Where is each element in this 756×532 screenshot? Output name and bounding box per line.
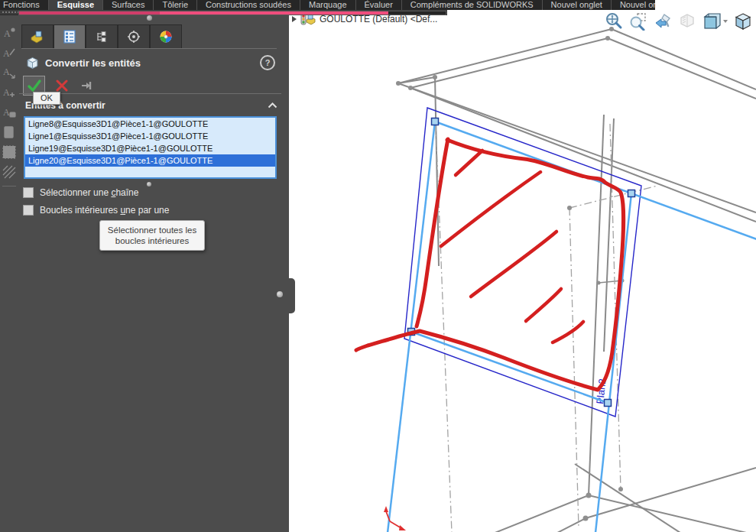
leader-note-tool-icon[interactable]: A <box>0 63 18 82</box>
progress-track[interactable] <box>18 11 446 15</box>
list-item[interactable]: Ligne8@Esquisse3D1@Pièce1-1@GOULOTTE <box>25 118 275 130</box>
graphics-viewport[interactable]: Plan2 <box>289 10 756 532</box>
checkmark-icon <box>27 79 42 92</box>
display-manager-tab[interactable] <box>150 24 182 48</box>
tab-surfaces[interactable]: Surfaces <box>103 0 154 10</box>
manager-tabs <box>21 24 182 48</box>
sketch-hatch-strokes <box>441 151 583 342</box>
svg-text:A: A <box>5 148 12 158</box>
svg-text:A: A <box>3 48 10 59</box>
panel-collapse-handle[interactable] <box>288 278 295 313</box>
tab-nouvel-onglet-1[interactable]: Nouvel onglet <box>543 0 612 10</box>
zoom-to-area-icon[interactable] <box>628 11 647 31</box>
pin-button[interactable] <box>79 76 97 95</box>
list-item[interactable]: Ligne1@Esquisse3D1@Pièce1-1@GOULOTTE <box>25 130 275 142</box>
select-chain-checkbox-row[interactable]: Sélectionner une chaîne <box>23 187 138 198</box>
spellcheck-tool-icon[interactable]: A <box>0 44 18 62</box>
progress-fill-bright <box>160 11 388 15</box>
sketch-origin <box>384 506 406 530</box>
document-tool-icon[interactable] <box>0 123 18 141</box>
list-item-selected[interactable]: Ligne20@Esquisse3D1@Pièce1-1@GOULOTTE <box>25 154 275 167</box>
list-item[interactable]: Ligne19@Esquisse3D1@Pièce1-1@GOULOTTE <box>25 142 275 154</box>
ok-button-tooltip: OK <box>33 92 60 105</box>
entities-section-header[interactable]: Entités à convertir <box>25 100 277 111</box>
view-orientation-icon[interactable] <box>702 11 721 31</box>
display-style-icon[interactable] <box>733 11 752 31</box>
format-note-tool-icon[interactable]: A <box>0 103 18 122</box>
inner-loops-checkbox-row[interactable]: Boucles intérieures une par une <box>23 205 169 216</box>
heads-up-view-toolbar <box>604 11 752 31</box>
tab-evaluer[interactable]: Évaluer <box>356 0 402 10</box>
svg-text:A: A <box>3 66 10 77</box>
dimxpert-manager-tab[interactable] <box>118 24 150 48</box>
centerlines <box>436 124 657 532</box>
property-manager-panel: A A A A A A <box>0 15 289 532</box>
tab-marquage[interactable]: Marquage <box>300 0 356 10</box>
section-view-icon[interactable] <box>677 11 696 31</box>
tab-nouvel-onglet-2[interactable]: Nouvel onglet <box>612 0 655 10</box>
select-chain-checkbox[interactable] <box>23 187 34 198</box>
add-note-tool-icon[interactable]: A <box>0 83 18 102</box>
select-all-inner-loops-tooltip: Sélectionner toutes les boucles intérieu… <box>99 220 205 251</box>
feature-manager-tab[interactable] <box>21 24 54 48</box>
progress-ticks <box>2 11 19 13</box>
convert-entities-icon <box>26 57 39 70</box>
freehand-sketch <box>356 139 624 390</box>
list-resize-grip[interactable] <box>147 182 151 187</box>
cancel-x-icon <box>56 79 68 92</box>
tab-constructions-soudees[interactable]: Constructions soudées <box>197 0 300 10</box>
tab-complements-solidworks[interactable]: Compléments de SOLIDWORKS <box>402 0 543 10</box>
annotation-tool-strip: A A A A A A <box>0 22 20 191</box>
tab-esquisse[interactable]: Esquisse <box>49 0 103 10</box>
svg-text:A: A <box>4 28 11 39</box>
tabs-underline <box>21 48 277 49</box>
selected-entities-lines <box>388 122 756 532</box>
tree-root-label: GOULOTTE (Default) <Def... <box>320 14 437 24</box>
select-chain-label: Sélectionner une chaîne <box>40 187 138 198</box>
note-tool-icon[interactable]: A <box>0 24 18 42</box>
progress-fill-dark <box>19 11 160 15</box>
entities-section-title: Entités à convertir <box>25 100 268 111</box>
progress-strip <box>0 10 447 15</box>
inner-loops-checkbox[interactable] <box>23 205 34 216</box>
splitter-grip-dot[interactable] <box>277 291 283 297</box>
zoom-to-fit-icon[interactable] <box>604 11 623 31</box>
boxed-note-tool-icon[interactable]: A <box>0 143 18 161</box>
hatch-tool-icon[interactable] <box>0 163 18 181</box>
pin-icon <box>81 79 95 92</box>
entities-to-convert-list[interactable]: Ligne8@Esquisse3D1@Pièce1-1@GOULOTTE Lig… <box>24 116 277 179</box>
configuration-manager-tab[interactable] <box>86 24 118 48</box>
cad-geometry: Plan2 <box>289 10 756 532</box>
solidworks-window: Plan2 <box>0 0 756 532</box>
svg-text:A: A <box>3 87 10 98</box>
collapse-chevron-icon[interactable] <box>268 102 277 109</box>
property-title-row: Convertir les entités ? <box>26 54 275 71</box>
command-manager-tabs: Fonctions Esquisse Surfaces Tôlerie Cons… <box>0 0 655 10</box>
tree-expand-arrow-icon[interactable] <box>292 16 297 22</box>
tab-tolerie[interactable]: Tôlerie <box>154 0 197 10</box>
wireframe-box <box>398 29 756 532</box>
strip-divider <box>2 186 16 187</box>
previous-view-icon[interactable] <box>653 11 672 31</box>
panel-resize-grip[interactable] <box>147 15 152 21</box>
svg-text:A: A <box>3 107 10 118</box>
tab-fonctions[interactable]: Fonctions <box>0 0 49 10</box>
inner-loops-label: Boucles intérieures une par une <box>40 205 169 216</box>
property-title: Convertir les entités <box>45 57 254 69</box>
property-manager-tab[interactable] <box>54 24 86 48</box>
view-orientation-dropdown-icon[interactable] <box>723 20 728 23</box>
help-icon[interactable]: ? <box>260 55 275 70</box>
